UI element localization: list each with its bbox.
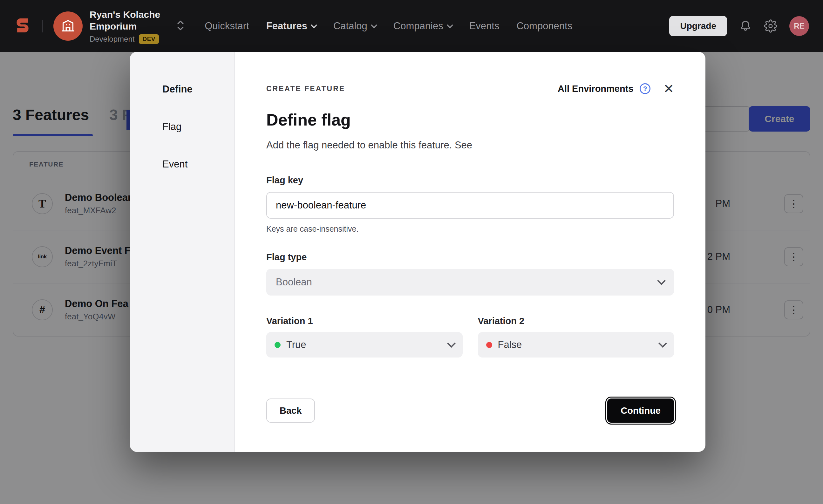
modal-steps-sidebar: Define Flag Event <box>130 52 235 452</box>
chevron-down-icon <box>447 22 453 28</box>
chevron-down-icon <box>371 22 377 28</box>
settings-gear-icon[interactable] <box>764 19 777 33</box>
variation-2-column: Variation 2 False <box>478 316 674 357</box>
org-switcher[interactable]: Ryan's Kolache Emporium Development DEV <box>53 9 186 44</box>
step-event[interactable]: Event <box>162 159 234 170</box>
org-switch-chevrons[interactable] <box>175 18 186 34</box>
nav-item-label: Components <box>516 20 572 32</box>
nav-item-components[interactable]: Components <box>516 20 572 32</box>
nav-item-label: Features <box>266 20 307 32</box>
environment-selector[interactable]: All Environments ? ✕ <box>558 82 674 95</box>
modal-header: CREATE FEATURE All Environments ? ✕ <box>266 82 674 95</box>
variations-row: Variation 1 True Variation 2 False <box>266 316 674 357</box>
green-dot-icon <box>275 342 281 348</box>
variation-2-value: False <box>498 339 522 350</box>
nav-item-label: Catalog <box>333 20 367 32</box>
nav-item-label: Events <box>469 20 500 32</box>
nav-item-companies[interactable]: Companies <box>393 20 452 32</box>
back-button[interactable]: Back <box>266 398 315 423</box>
org-info: Ryan's Kolache Emporium Development DEV <box>90 9 160 44</box>
step-define[interactable]: Define <box>162 83 234 95</box>
upgrade-button[interactable]: Upgrade <box>669 16 727 36</box>
nav-item-label: Companies <box>393 20 443 32</box>
org-name-line1: Ryan's Kolache <box>90 9 160 20</box>
top-nav: Ryan's Kolache Emporium Development DEV … <box>0 0 823 52</box>
help-icon[interactable]: ? <box>640 83 650 94</box>
chevron-up-down-icon <box>175 18 186 34</box>
nav-items: Quickstart Features Catalog Companies Ev… <box>205 20 572 32</box>
red-dot-icon <box>486 342 492 348</box>
notifications-icon[interactable] <box>739 20 752 32</box>
variation-2-label: Variation 2 <box>478 316 674 326</box>
app-screen: Ryan's Kolache Emporium Development DEV … <box>0 0 823 504</box>
flag-type-label: Flag type <box>266 252 674 263</box>
environment-selector-label: All Environments <box>558 83 634 94</box>
org-environment: Development DEV <box>90 34 160 44</box>
chevron-down-icon <box>658 339 667 348</box>
modal-eyebrow: CREATE FEATURE <box>266 85 345 93</box>
variation-1-select[interactable]: True <box>266 332 463 357</box>
flag-type-value: Boolean <box>276 277 312 288</box>
chevron-down-icon <box>657 277 666 285</box>
flag-key-input[interactable] <box>266 192 674 219</box>
org-avatar <box>53 11 83 41</box>
nav-divider <box>42 20 42 32</box>
app-logo[interactable] <box>14 17 31 35</box>
nav-item-catalog[interactable]: Catalog <box>333 20 376 32</box>
modal-footer: Back Continue <box>266 398 674 423</box>
variation-1-label: Variation 1 <box>266 316 463 326</box>
dev-badge: DEV <box>139 34 159 44</box>
storefront-icon <box>61 18 75 34</box>
variation-1-column: Variation 1 True <box>266 316 463 357</box>
user-avatar[interactable]: RE <box>789 16 809 36</box>
environment-label: Development <box>90 35 134 43</box>
org-name-line2: Emporium <box>90 20 160 32</box>
variation-1-value: True <box>286 339 306 350</box>
nav-right: Upgrade RE <box>669 16 809 36</box>
modal-main: CREATE FEATURE All Environments ? ✕ Defi… <box>235 52 705 452</box>
modal-title: Define flag <box>266 110 674 129</box>
flag-key-label: Flag key <box>266 175 674 186</box>
flag-type-select[interactable]: Boolean <box>266 269 674 296</box>
create-feature-modal: Define Flag Event CREATE FEATURE All Env… <box>130 52 705 452</box>
chevron-down-icon <box>311 22 317 28</box>
nav-item-quickstart[interactable]: Quickstart <box>205 20 249 32</box>
continue-button[interactable]: Continue <box>607 398 674 423</box>
chevron-down-icon <box>447 339 456 348</box>
step-flag[interactable]: Flag <box>162 121 234 133</box>
flag-key-helper: Keys are case-insensitive. <box>266 224 674 233</box>
variation-2-select[interactable]: False <box>478 332 674 357</box>
nav-item-label: Quickstart <box>205 20 249 32</box>
schematic-logo-icon <box>14 17 31 35</box>
nav-item-events[interactable]: Events <box>469 20 500 32</box>
modal-description: Add the flag needed to enable this featu… <box>266 140 674 151</box>
close-icon[interactable]: ✕ <box>663 82 674 95</box>
nav-item-features[interactable]: Features <box>266 20 316 32</box>
